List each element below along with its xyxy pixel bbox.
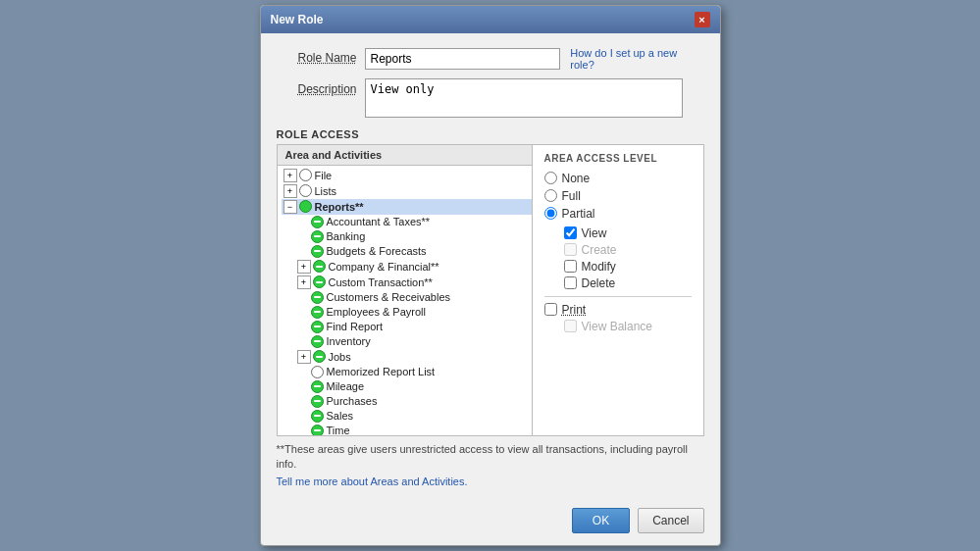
dialog-title-bar: New Role × [261, 6, 720, 33]
expand-custom[interactable]: + [297, 276, 311, 289]
label-purchases: Purchases [327, 395, 378, 407]
role-name-field-group: How do I set up a new role? [365, 47, 704, 71]
tree-item-findreport[interactable]: Find Report [295, 320, 532, 334]
dialog-title: New Role [271, 13, 324, 26]
radio-partial-label: Partial [562, 207, 595, 221]
label-company: Company & Financial** [329, 261, 439, 273]
checkbox-print[interactable] [544, 303, 557, 316]
tree-item-mileage[interactable]: Mileage [295, 379, 532, 394]
label-employees: Employees & Payroll [327, 306, 427, 318]
footnote: **These areas give users unrestricted ac… [277, 442, 704, 473]
tree-item-inventory[interactable]: Inventory [295, 334, 532, 349]
checkbox-view[interactable] [564, 226, 577, 239]
expand-file[interactable]: + [284, 169, 297, 182]
dot-company [313, 260, 326, 273]
radio-full-item: Full [544, 189, 692, 203]
tree-item-employees[interactable]: Employees & Payroll [295, 305, 532, 320]
checkbox-modify[interactable] [564, 260, 577, 273]
dot-time [311, 425, 324, 435]
label-reports: Reports** [315, 201, 364, 213]
checkbox-view-label: View [582, 226, 607, 240]
role-name-row: Role Name How do I set up a new role? [277, 47, 704, 71]
tree-item-file[interactable]: + File [282, 168, 532, 183]
checkbox-delete-item: Delete [564, 276, 692, 290]
tree-item-accountant[interactable]: Accountant & Taxes** [295, 215, 532, 229]
close-button[interactable]: × [695, 12, 710, 27]
tree-item-customers[interactable]: Customers & Receivables [295, 290, 532, 305]
role-name-input[interactable] [365, 48, 561, 70]
tree-item-time[interactable]: Time [295, 424, 532, 435]
tree-item-sales[interactable]: Sales [295, 409, 532, 424]
ok-button[interactable]: OK [572, 508, 630, 533]
access-level-panel: AREA ACCESS LEVEL None Full Partial [533, 145, 703, 435]
description-row: Description View only [277, 78, 704, 121]
dot-custom [313, 276, 326, 288]
checkbox-modify-label: Modify [582, 260, 616, 274]
label-customers: Customers & Receivables [327, 291, 451, 303]
tree-item-purchases[interactable]: Purchases [295, 394, 532, 409]
label-accountant: Accountant & Taxes** [327, 216, 431, 227]
dot-file [299, 169, 312, 181]
divider [544, 296, 692, 297]
tree-item-budgets[interactable]: Budgets & Forecasts [295, 244, 532, 259]
checkbox-delete[interactable] [564, 276, 577, 289]
label-jobs: Jobs [329, 351, 351, 363]
expand-lists[interactable]: + [284, 184, 297, 198]
checkbox-create-item: Create [564, 243, 692, 257]
dot-mileage [311, 380, 324, 393]
label-file: File [315, 170, 333, 181]
checkbox-print-item: Print [544, 303, 692, 317]
tree-item-banking[interactable]: Banking [295, 229, 532, 244]
area-activities-header: Area and Activities [278, 145, 532, 166]
area-activities-panel: Area and Activities + File + Lists [278, 145, 533, 435]
dot-memorized [311, 366, 324, 378]
radio-none-item: None [544, 172, 692, 185]
tree-item-custom[interactable]: + Custom Transaction** [295, 275, 532, 290]
tell-more-link[interactable]: Tell me more about Areas and Activities. [277, 476, 468, 487]
checkbox-create[interactable] [564, 243, 577, 256]
help-link[interactable]: How do I set up a new role? [570, 47, 703, 71]
dot-customers [311, 291, 324, 304]
cancel-button[interactable]: Cancel [638, 508, 703, 533]
dot-reports [299, 200, 312, 213]
label-budgets: Budgets & Forecasts [327, 245, 427, 257]
dot-purchases [311, 395, 324, 408]
role-name-label: Role Name [277, 47, 365, 65]
checkbox-viewbalance-item: View Balance [564, 320, 692, 333]
tree-item-reports[interactable]: − Reports** [282, 199, 532, 215]
role-access-body: Area and Activities + File + Lists [277, 144, 704, 436]
description-wrapper: View only [365, 78, 704, 121]
tree-container[interactable]: + File + Lists − [278, 166, 532, 435]
checkbox-modify-item: Modify [564, 260, 692, 274]
label-lists: Lists [315, 185, 337, 197]
tree-item-lists[interactable]: + Lists [282, 183, 532, 199]
tree-item-company[interactable]: + Company & Financial** [295, 259, 532, 275]
label-custom: Custom Transaction** [329, 276, 433, 288]
dot-lists [299, 184, 312, 197]
dot-budgets [311, 245, 324, 258]
dot-jobs [313, 350, 326, 363]
radio-partial-item: Partial [544, 207, 692, 221]
label-findreport: Find Report [327, 321, 383, 332]
checkbox-print-label: Print [562, 303, 587, 317]
dot-inventory [311, 335, 324, 348]
description-input[interactable]: View only [365, 78, 683, 118]
tree-item-jobs[interactable]: + Jobs [295, 349, 532, 365]
partial-options: View Create Modify Delete [564, 226, 692, 290]
checkbox-delete-label: Delete [582, 276, 616, 290]
radio-partial[interactable] [544, 207, 557, 220]
role-access-section: ROLE ACCESS Area and Activities + File [277, 128, 704, 489]
expand-reports[interactable]: − [284, 200, 297, 214]
label-banking: Banking [327, 230, 366, 242]
checkbox-viewbalance[interactable] [564, 320, 577, 332]
tree-item-memorized[interactable]: Memorized Report List [295, 365, 532, 379]
label-time: Time [327, 425, 350, 435]
radio-none[interactable] [544, 172, 557, 184]
dot-sales [311, 410, 324, 423]
expand-company[interactable]: + [297, 260, 311, 274]
expand-jobs[interactable]: + [297, 350, 311, 364]
radio-group: None Full Partial [544, 172, 692, 221]
radio-full[interactable] [544, 189, 557, 202]
dialog-body: Role Name How do I set up a new role? De… [261, 33, 720, 501]
checkbox-view-item: View [564, 226, 692, 240]
